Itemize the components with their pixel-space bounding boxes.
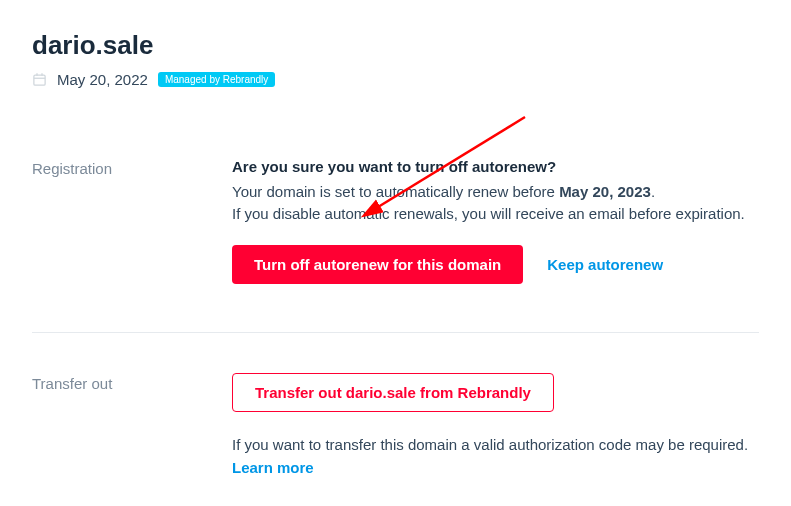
section-divider <box>32 332 759 333</box>
transfer-section: Transfer out Transfer out dario.sale fro… <box>32 373 759 478</box>
date-row: May 20, 2022 Managed by Rebrandly <box>32 71 759 88</box>
renew-info-line-1: Your domain is set to automatically rene… <box>232 181 759 203</box>
transfer-body: Transfer out dario.sale from Rebrandly I… <box>232 373 759 478</box>
managed-by-badge: Managed by Rebrandly <box>158 72 275 87</box>
registration-body: Are you sure you want to turn off autore… <box>232 158 759 284</box>
domain-date: May 20, 2022 <box>57 71 148 88</box>
transfer-info-text: If you want to transfer this domain a va… <box>232 434 759 456</box>
svg-rect-0 <box>34 75 45 85</box>
confirm-button-row: Turn off autorenew for this domain Keep … <box>232 245 759 284</box>
calendar-icon <box>32 72 47 87</box>
transfer-out-button[interactable]: Transfer out dario.sale from Rebrandly <box>232 373 554 412</box>
keep-autorenew-link[interactable]: Keep autorenew <box>547 256 663 273</box>
renew-info-prefix: Your domain is set to automatically rene… <box>232 183 559 200</box>
renew-info-line-2: If you disable automatic renewals, you w… <box>232 203 759 225</box>
renew-date: May 20, 2023 <box>559 183 651 200</box>
registration-label: Registration <box>32 158 212 284</box>
renew-info-suffix: . <box>651 183 655 200</box>
registration-section: Registration Are you sure you want to tu… <box>32 158 759 284</box>
confirm-heading: Are you sure you want to turn off autore… <box>232 158 759 175</box>
learn-more-link[interactable]: Learn more <box>232 459 314 476</box>
domain-title: dario.sale <box>32 30 759 61</box>
transfer-out-label: Transfer out <box>32 373 212 478</box>
turn-off-autorenew-button[interactable]: Turn off autorenew for this domain <box>232 245 523 284</box>
